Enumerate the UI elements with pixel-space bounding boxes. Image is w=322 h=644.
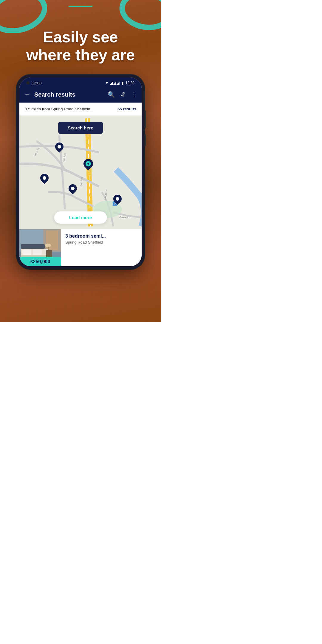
phone-outer-frame: 12:00 ▾ ◢◢◢ ▮ 12:30 ← Search results 🔍 ⇵… xyxy=(16,75,145,269)
map-pin-4[interactable] xyxy=(113,195,122,205)
map-pin-2[interactable] xyxy=(40,174,49,184)
svg-rect-17 xyxy=(33,250,42,255)
property-card[interactable]: £250,000 3 bedroom semi... Spring Road S… xyxy=(19,229,142,266)
signal-icon: ◢◢◢ xyxy=(110,80,120,85)
app-bar: ← Search results 🔍 ⇵ ⋮ xyxy=(19,88,142,103)
hero-section: Easily see where they are xyxy=(0,28,161,64)
page-title: Search results xyxy=(34,91,104,98)
svg-point-20 xyxy=(45,244,51,247)
search-here-button[interactable]: Search here xyxy=(58,122,103,134)
more-icon[interactable]: ⋮ xyxy=(131,91,137,98)
sort-icon[interactable]: ⇵ xyxy=(120,91,126,98)
glasses-bridge xyxy=(69,6,92,7)
camera-dot xyxy=(27,81,30,84)
hero-title: Easily see where they are xyxy=(9,28,152,64)
search-icon[interactable]: 🔍 xyxy=(108,91,115,98)
sub-header: 0.5 miles from Spring Road Sheffield... … xyxy=(19,103,142,116)
svg-rect-14 xyxy=(21,244,45,249)
glasses-decoration xyxy=(0,0,161,33)
battery-icon: ▮ xyxy=(121,80,124,85)
map-pin-3[interactable] xyxy=(69,184,77,194)
back-button[interactable]: ← xyxy=(24,91,31,98)
svg-rect-0 xyxy=(19,118,142,226)
phone-mockup: 12:00 ▾ ◢◢◢ ▮ 12:30 ← Search results 🔍 ⇵… xyxy=(16,75,145,269)
property-image: £250,000 xyxy=(19,229,61,266)
time-right: 12:30 xyxy=(126,81,134,85)
property-info: 3 bedroom semi... Spring Road Sheffield xyxy=(61,229,142,266)
status-bar-left: 12:00 xyxy=(27,81,42,85)
svg-rect-16 xyxy=(22,250,31,255)
glasses-right-lens xyxy=(116,0,161,33)
phone-screen: 12:00 ▾ ◢◢◢ ▮ 12:30 ← Search results 🔍 ⇵… xyxy=(19,78,142,266)
app-bar-icons: 🔍 ⇵ ⋮ xyxy=(108,91,137,98)
status-bar: 12:00 ▾ ◢◢◢ ▮ 12:30 xyxy=(19,78,142,88)
location-text: 0.5 miles from Spring Road Sheffield... xyxy=(25,107,94,111)
svg-text:Green Ln: Green Ln xyxy=(120,216,130,219)
glasses-left-lens xyxy=(0,0,52,33)
results-count: 55 results xyxy=(117,107,136,111)
load-more-button[interactable]: Load more xyxy=(54,211,107,224)
map-area[interactable]: Dixon Dr Don Ave Don Ave School Ln Main … xyxy=(19,116,142,229)
time-left: 12:00 xyxy=(32,81,42,85)
map-pin-1[interactable] xyxy=(55,143,64,153)
svg-rect-21 xyxy=(46,250,52,258)
price-badge: £250,000 xyxy=(19,257,61,266)
wifi-icon: ▾ xyxy=(106,80,108,85)
property-address: Spring Road Sheffield xyxy=(65,240,137,244)
status-bar-right: ▾ ◢◢◢ ▮ 12:30 xyxy=(106,80,134,85)
map-pin-selected[interactable] xyxy=(83,159,93,170)
property-title: 3 bedroom semi... xyxy=(65,233,137,239)
